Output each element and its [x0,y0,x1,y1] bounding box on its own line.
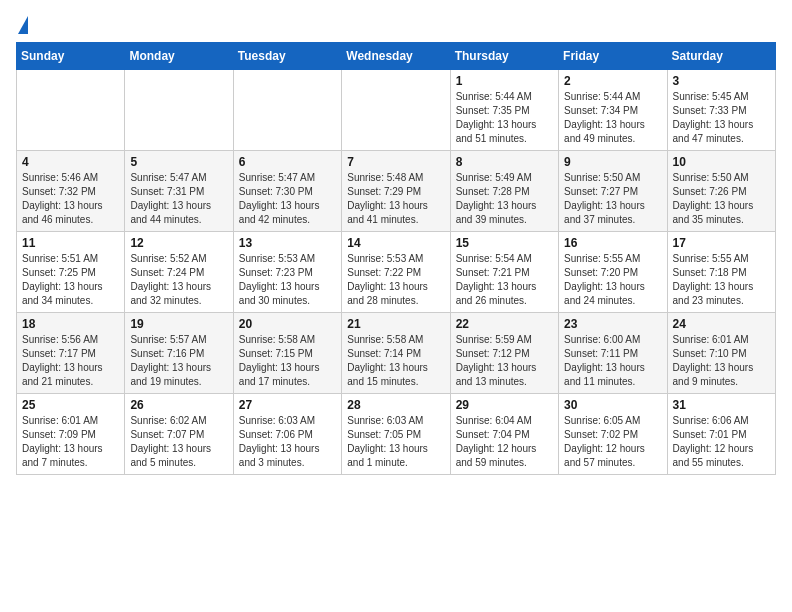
calendar-header-cell: Thursday [450,43,558,70]
calendar-cell: 25Sunrise: 6:01 AMSunset: 7:09 PMDayligh… [17,394,125,475]
day-info: Sunrise: 5:57 AMSunset: 7:16 PMDaylight:… [130,333,227,389]
calendar-cell: 1Sunrise: 5:44 AMSunset: 7:35 PMDaylight… [450,70,558,151]
calendar-cell: 9Sunrise: 5:50 AMSunset: 7:27 PMDaylight… [559,151,667,232]
day-number: 31 [673,398,770,412]
day-number: 1 [456,74,553,88]
day-number: 15 [456,236,553,250]
day-info: Sunrise: 5:49 AMSunset: 7:28 PMDaylight:… [456,171,553,227]
day-info: Sunrise: 6:03 AMSunset: 7:05 PMDaylight:… [347,414,444,470]
day-number: 4 [22,155,119,169]
day-number: 29 [456,398,553,412]
calendar-cell [233,70,341,151]
calendar-cell [17,70,125,151]
calendar-cell: 14Sunrise: 5:53 AMSunset: 7:22 PMDayligh… [342,232,450,313]
day-info: Sunrise: 5:46 AMSunset: 7:32 PMDaylight:… [22,171,119,227]
day-info: Sunrise: 5:52 AMSunset: 7:24 PMDaylight:… [130,252,227,308]
day-number: 8 [456,155,553,169]
calendar-week-row: 11Sunrise: 5:51 AMSunset: 7:25 PMDayligh… [17,232,776,313]
day-info: Sunrise: 5:53 AMSunset: 7:22 PMDaylight:… [347,252,444,308]
calendar-cell: 26Sunrise: 6:02 AMSunset: 7:07 PMDayligh… [125,394,233,475]
day-info: Sunrise: 5:58 AMSunset: 7:14 PMDaylight:… [347,333,444,389]
day-info: Sunrise: 5:55 AMSunset: 7:18 PMDaylight:… [673,252,770,308]
calendar-cell: 13Sunrise: 5:53 AMSunset: 7:23 PMDayligh… [233,232,341,313]
calendar-cell: 15Sunrise: 5:54 AMSunset: 7:21 PMDayligh… [450,232,558,313]
day-number: 11 [22,236,119,250]
calendar-header-cell: Friday [559,43,667,70]
calendar-cell: 6Sunrise: 5:47 AMSunset: 7:30 PMDaylight… [233,151,341,232]
calendar-cell: 21Sunrise: 5:58 AMSunset: 7:14 PMDayligh… [342,313,450,394]
day-info: Sunrise: 5:53 AMSunset: 7:23 PMDaylight:… [239,252,336,308]
calendar-cell: 30Sunrise: 6:05 AMSunset: 7:02 PMDayligh… [559,394,667,475]
calendar-header-cell: Wednesday [342,43,450,70]
calendar-cell: 2Sunrise: 5:44 AMSunset: 7:34 PMDaylight… [559,70,667,151]
day-number: 2 [564,74,661,88]
day-number: 5 [130,155,227,169]
day-number: 30 [564,398,661,412]
day-info: Sunrise: 6:02 AMSunset: 7:07 PMDaylight:… [130,414,227,470]
calendar-cell: 29Sunrise: 6:04 AMSunset: 7:04 PMDayligh… [450,394,558,475]
day-number: 24 [673,317,770,331]
logo [16,16,28,34]
day-info: Sunrise: 5:47 AMSunset: 7:31 PMDaylight:… [130,171,227,227]
calendar-week-row: 25Sunrise: 6:01 AMSunset: 7:09 PMDayligh… [17,394,776,475]
day-info: Sunrise: 6:01 AMSunset: 7:09 PMDaylight:… [22,414,119,470]
day-info: Sunrise: 6:05 AMSunset: 7:02 PMDaylight:… [564,414,661,470]
calendar-week-row: 1Sunrise: 5:44 AMSunset: 7:35 PMDaylight… [17,70,776,151]
calendar-cell [125,70,233,151]
calendar-cell: 18Sunrise: 5:56 AMSunset: 7:17 PMDayligh… [17,313,125,394]
calendar-cell: 16Sunrise: 5:55 AMSunset: 7:20 PMDayligh… [559,232,667,313]
calendar-header-cell: Saturday [667,43,775,70]
calendar-cell: 5Sunrise: 5:47 AMSunset: 7:31 PMDaylight… [125,151,233,232]
calendar-cell: 12Sunrise: 5:52 AMSunset: 7:24 PMDayligh… [125,232,233,313]
calendar-header-row: SundayMondayTuesdayWednesdayThursdayFrid… [17,43,776,70]
day-number: 14 [347,236,444,250]
day-info: Sunrise: 5:59 AMSunset: 7:12 PMDaylight:… [456,333,553,389]
calendar-cell: 11Sunrise: 5:51 AMSunset: 7:25 PMDayligh… [17,232,125,313]
day-number: 23 [564,317,661,331]
calendar-header-cell: Tuesday [233,43,341,70]
calendar-cell: 27Sunrise: 6:03 AMSunset: 7:06 PMDayligh… [233,394,341,475]
calendar-cell: 28Sunrise: 6:03 AMSunset: 7:05 PMDayligh… [342,394,450,475]
day-number: 16 [564,236,661,250]
day-info: Sunrise: 6:04 AMSunset: 7:04 PMDaylight:… [456,414,553,470]
day-number: 7 [347,155,444,169]
calendar-cell: 10Sunrise: 5:50 AMSunset: 7:26 PMDayligh… [667,151,775,232]
day-number: 17 [673,236,770,250]
calendar-cell: 8Sunrise: 5:49 AMSunset: 7:28 PMDaylight… [450,151,558,232]
day-info: Sunrise: 5:47 AMSunset: 7:30 PMDaylight:… [239,171,336,227]
calendar-cell: 23Sunrise: 6:00 AMSunset: 7:11 PMDayligh… [559,313,667,394]
day-info: Sunrise: 5:51 AMSunset: 7:25 PMDaylight:… [22,252,119,308]
day-info: Sunrise: 5:50 AMSunset: 7:26 PMDaylight:… [673,171,770,227]
calendar-cell: 7Sunrise: 5:48 AMSunset: 7:29 PMDaylight… [342,151,450,232]
day-number: 20 [239,317,336,331]
day-number: 10 [673,155,770,169]
logo-triangle-icon [18,16,28,34]
calendar-header-cell: Sunday [17,43,125,70]
day-number: 27 [239,398,336,412]
day-number: 18 [22,317,119,331]
day-number: 6 [239,155,336,169]
day-number: 28 [347,398,444,412]
day-info: Sunrise: 5:56 AMSunset: 7:17 PMDaylight:… [22,333,119,389]
day-info: Sunrise: 6:03 AMSunset: 7:06 PMDaylight:… [239,414,336,470]
day-info: Sunrise: 5:50 AMSunset: 7:27 PMDaylight:… [564,171,661,227]
calendar-cell: 3Sunrise: 5:45 AMSunset: 7:33 PMDaylight… [667,70,775,151]
calendar-cell: 24Sunrise: 6:01 AMSunset: 7:10 PMDayligh… [667,313,775,394]
day-info: Sunrise: 6:01 AMSunset: 7:10 PMDaylight:… [673,333,770,389]
day-info: Sunrise: 5:45 AMSunset: 7:33 PMDaylight:… [673,90,770,146]
calendar-cell: 22Sunrise: 5:59 AMSunset: 7:12 PMDayligh… [450,313,558,394]
calendar-cell: 31Sunrise: 6:06 AMSunset: 7:01 PMDayligh… [667,394,775,475]
header [16,16,776,34]
calendar-cell: 17Sunrise: 5:55 AMSunset: 7:18 PMDayligh… [667,232,775,313]
day-info: Sunrise: 6:00 AMSunset: 7:11 PMDaylight:… [564,333,661,389]
calendar-table: SundayMondayTuesdayWednesdayThursdayFrid… [16,42,776,475]
day-number: 21 [347,317,444,331]
day-number: 13 [239,236,336,250]
day-number: 12 [130,236,227,250]
day-number: 26 [130,398,227,412]
calendar-cell: 4Sunrise: 5:46 AMSunset: 7:32 PMDaylight… [17,151,125,232]
calendar-header-cell: Monday [125,43,233,70]
day-info: Sunrise: 5:44 AMSunset: 7:34 PMDaylight:… [564,90,661,146]
day-number: 19 [130,317,227,331]
calendar-week-row: 18Sunrise: 5:56 AMSunset: 7:17 PMDayligh… [17,313,776,394]
